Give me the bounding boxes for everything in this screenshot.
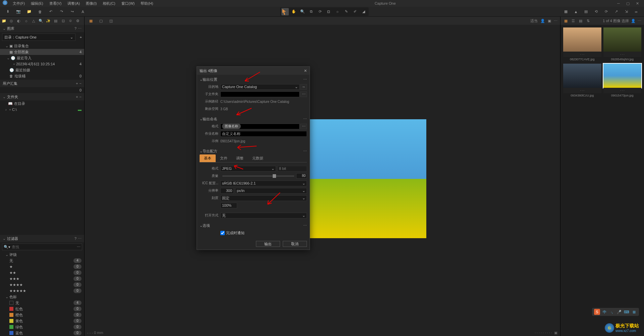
metadata-tab-icon[interactable]: ▤ — [53, 18, 58, 23]
chevron-down-icon[interactable]: ⌄ — [3, 26, 6, 31]
ime-punct-icon[interactable]: ·, — [609, 309, 615, 315]
adjust-icon[interactable]: ⇲ — [623, 8, 630, 15]
color-green[interactable]: 绿色0 — [0, 324, 84, 330]
rotate-icon[interactable]: ⟳ — [316, 8, 324, 15]
scale-select[interactable]: 固定⌄ — [220, 195, 307, 201]
minimize-button[interactable]: ─ — [614, 1, 623, 6]
library-tab-icon[interactable]: 📁 — [1, 18, 7, 23]
gradient-icon[interactable]: ◢ — [360, 8, 367, 15]
delete-icon[interactable]: 🗑 — [36, 8, 44, 15]
hand-icon[interactable]: ✋ — [290, 8, 298, 15]
help-icon[interactable]: ? — [74, 237, 76, 241]
tab-basic[interactable]: 基本 — [200, 154, 216, 162]
redo-icon[interactable]: ↷ — [58, 8, 65, 15]
jobname-input[interactable]: 自定义名称 — [220, 131, 307, 137]
more-icon[interactable]: ⋯ — [78, 237, 82, 241]
infinity-icon[interactable]: ∞ — [633, 8, 640, 15]
forward-icon[interactable]: ↪ — [68, 8, 76, 15]
rating-4[interactable]: ★★★★0 — [0, 282, 84, 288]
close-button[interactable]: ✕ — [633, 1, 641, 6]
openwith-select[interactable]: 无⌄ — [220, 213, 307, 218]
single-view-icon[interactable]: ▢ — [97, 17, 105, 24]
sogou-icon[interactable]: S — [594, 309, 600, 315]
token-button[interactable]: ⋯ — [300, 124, 307, 129]
folders-header[interactable]: ⌄文件夹 + − — [0, 93, 84, 100]
pointer-icon[interactable] — [281, 8, 289, 15]
ime-menu-icon[interactable]: ⊞ — [631, 309, 637, 315]
in-catalog-row[interactable]: 📖在目录 — [0, 100, 84, 107]
subfolder-input[interactable] — [220, 91, 300, 97]
lens-tab-icon[interactable]: ◎ — [9, 18, 14, 23]
close-icon[interactable]: ✕ — [304, 69, 307, 73]
menu-file[interactable]: 文件(F) — [10, 0, 28, 7]
folder-icon[interactable]: 📁 — [25, 8, 33, 15]
split-view-icon[interactable]: ◫ — [107, 17, 115, 24]
rating-3[interactable]: ★★★0 — [0, 276, 84, 282]
ime-toolbar[interactable]: S 中 ·, 🎤 ⌨ ⊞ — [592, 308, 639, 316]
tab-adjust[interactable]: 调整 — [232, 154, 248, 162]
brush-icon[interactable]: ✎ — [342, 8, 350, 15]
catalog-selector[interactable]: 目录：Capture One⌄ — [2, 33, 75, 41]
capture-icon[interactable]: 📷 — [15, 8, 22, 15]
toggle-icon[interactable]: ▣ — [548, 19, 551, 23]
menu-edit[interactable]: 编辑(E) — [28, 0, 46, 7]
add-folder-icon[interactable]: + — [76, 95, 78, 99]
batch-tab-icon[interactable]: ⛭ — [68, 18, 73, 23]
remove-icon[interactable]: − — [79, 81, 82, 85]
keystone-icon[interactable]: ⛋ — [325, 8, 332, 15]
format-select[interactable]: JPEG⌄ — [220, 166, 276, 172]
add-icon[interactable]: + — [76, 81, 78, 85]
crop-icon[interactable]: ⧉ — [308, 8, 315, 15]
details-tab-icon[interactable]: 🔍 — [38, 18, 44, 23]
share-icon[interactable]: ↗ — [612, 8, 620, 15]
grid-icon[interactable]: ▦ — [563, 18, 569, 23]
rating-1[interactable]: ★0 — [0, 264, 84, 270]
refresh-icon[interactable]: ⟲ — [592, 8, 600, 15]
dialog-titlebar[interactable]: 输出 4图像 ✕ — [197, 67, 310, 75]
menu-view[interactable]: 查看(V) — [47, 0, 64, 7]
ime-mic-icon[interactable]: 🎤 — [616, 309, 622, 315]
tab-metadata[interactable]: 元数据 — [248, 154, 268, 162]
menu-help[interactable]: 帮助(H) — [138, 0, 156, 7]
person-icon[interactable]: 👤 — [631, 19, 636, 23]
thumb-0[interactable]: · · · 0823077CAVE.jpg — [563, 27, 601, 62]
exposure-tab-icon[interactable]: ☼ — [23, 18, 29, 23]
sort-icon[interactable]: ⇅ — [585, 18, 591, 23]
layout-icon[interactable]: ▦ — [562, 8, 570, 15]
color-orange[interactable]: 橙色0 — [0, 312, 84, 318]
trash-row[interactable]: 🗑垃圾桶0 — [0, 73, 84, 79]
reload-icon[interactable]: ⟳ — [602, 8, 610, 15]
tab-file[interactable]: 文件 — [216, 154, 232, 162]
output-tab-icon[interactable]: ⊡ — [60, 18, 66, 23]
grid-icon[interactable]: ▤ — [582, 8, 590, 15]
color-blue[interactable]: 蓝色0 — [0, 330, 84, 336]
maximize-button[interactable]: ▢ — [624, 1, 632, 6]
color-red[interactable]: 红色0 — [0, 306, 84, 312]
thumb-3[interactable]: · · · 09015473jon.jpg — [603, 64, 642, 98]
browse-button[interactable]: ⋯ — [300, 91, 307, 97]
add-catalog-button[interactable]: + — [77, 35, 84, 39]
name-format-input[interactable]: 图像名称 — [220, 124, 300, 129]
ime-keyboard-icon[interactable]: ⌨ — [624, 309, 630, 315]
more-icon[interactable]: ⋯ — [77, 245, 80, 249]
icc-select[interactable]: sRGB IEC61966-2.1⌄ — [220, 181, 307, 186]
export-button[interactable]: 输出 — [256, 241, 280, 247]
menu-image[interactable]: 图像(I) — [83, 0, 99, 7]
search-input[interactable]: 🔍▾ 查找 ⋯ — [2, 244, 82, 250]
menu-window[interactable]: 窗口(W) — [119, 0, 138, 7]
settings-tab-icon[interactable]: ⚙ — [75, 18, 80, 23]
more-icon[interactable]: ⋯ — [554, 19, 557, 23]
resolution-unit-select[interactable]: px/in⌄ — [235, 188, 307, 194]
rating-2[interactable]: ★★0 — [0, 270, 84, 276]
notify-checkbox[interactable] — [220, 231, 225, 235]
undo-icon[interactable]: ↶ — [47, 8, 54, 15]
import-date-row[interactable]: ▫2023年4月6日 10:25:144 — [0, 61, 84, 67]
color-tab-icon[interactable]: ◐ — [16, 18, 21, 23]
color-yellow[interactable]: 黄色0 — [0, 318, 84, 324]
menu-adjust[interactable]: 调整(A) — [65, 0, 83, 7]
drive-row[interactable]: ›▫C:\▬ — [0, 107, 84, 113]
quality-slider[interactable] — [222, 176, 294, 177]
loupe-icon[interactable]: 🔍 — [299, 8, 306, 15]
recent-capture-row[interactable]: 🕒最近拍摄 — [0, 67, 84, 73]
color-none[interactable]: 无4 — [0, 300, 84, 306]
